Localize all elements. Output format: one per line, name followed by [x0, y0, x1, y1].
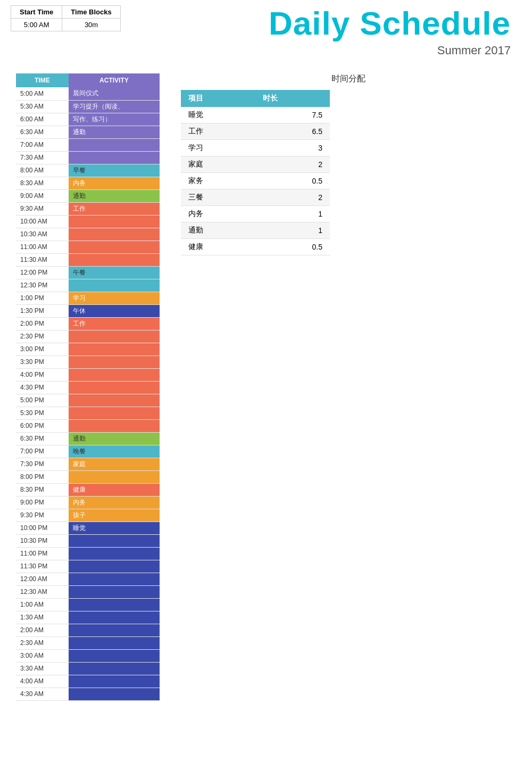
schedule-activity: 午休	[69, 304, 160, 317]
schedule-activity	[69, 585, 160, 598]
page-subtitle: Summer 2017	[170, 44, 511, 57]
schedule-activity	[69, 662, 160, 675]
schedule-time: 2:30 AM	[16, 636, 69, 649]
schedule-time: 10:30 PM	[16, 534, 69, 547]
schedule-time: 3:00 AM	[16, 649, 69, 662]
schedule-activity: 健康	[69, 483, 160, 496]
schedule-activity: 午餐	[69, 266, 160, 279]
schedule-activity	[69, 368, 160, 381]
schedule-time: 12:00 AM	[16, 573, 69, 585]
summary-section: 时间分配 项目 时长 睡觉7.5工作6.5学习3家庭2家务0.5三餐2内务1通勤…	[181, 73, 516, 255]
summary-item: 家务	[181, 173, 255, 189]
schedule-time: 4:00 PM	[16, 368, 69, 381]
schedule-time: 4:30 AM	[16, 688, 69, 700]
schedule-activity	[69, 381, 160, 394]
schedule-activity	[69, 649, 160, 662]
summary-item: 通勤	[181, 222, 255, 239]
schedule-time: 5:00 AM	[16, 87, 69, 100]
summary-item: 内务	[181, 206, 255, 222]
summary-duration: 1	[255, 222, 330, 239]
summary-duration: 3	[255, 140, 330, 156]
schedule-activity: 通勤	[69, 432, 160, 445]
schedule-time: 4:30 PM	[16, 381, 69, 394]
summary-item: 学习	[181, 140, 255, 156]
schedule-time: 1:30 PM	[16, 304, 69, 317]
schedule-activity: 孩子	[69, 509, 160, 522]
schedule-time: 12:00 PM	[16, 266, 69, 279]
schedule-time: 7:30 AM	[16, 151, 69, 164]
schedule-time: 3:00 PM	[16, 343, 69, 355]
col-activity-header: ACTIVITY	[69, 73, 160, 87]
col-time-header: TIME	[16, 73, 69, 87]
summary-duration: 6.5	[255, 123, 330, 140]
schedule-time: 9:30 PM	[16, 509, 69, 522]
schedule-activity	[69, 355, 160, 368]
schedule-time: 11:00 AM	[16, 241, 69, 253]
schedule-time: 6:00 AM	[16, 113, 69, 126]
schedule-activity: 通勤	[69, 189, 160, 202]
schedule-activity	[69, 394, 160, 407]
schedule-activity: 工作	[69, 202, 160, 215]
schedule-activity	[69, 253, 160, 266]
schedule-table: TIME ACTIVITY 5:00 AM晨间仪式5:30 AM学习提升（阅读、…	[16, 73, 160, 701]
schedule-activity	[69, 228, 160, 241]
schedule-time: 1:00 PM	[16, 292, 69, 304]
schedule-activity	[69, 279, 160, 292]
schedule-time: 5:30 PM	[16, 407, 69, 419]
schedule-time: 1:30 AM	[16, 611, 69, 624]
summary-duration: 7.5	[255, 107, 330, 123]
schedule-time: 5:30 AM	[16, 100, 69, 113]
summary-title: 时间分配	[181, 73, 516, 85]
schedule-activity: 睡觉	[69, 522, 160, 534]
schedule-time: 3:30 AM	[16, 662, 69, 675]
config-col2-header: Time Blocks	[62, 6, 120, 19]
schedule-activity: 晚餐	[69, 445, 160, 458]
schedule-activity	[69, 151, 160, 164]
summary-col-duration: 时长	[255, 90, 330, 107]
schedule-time: 7:00 AM	[16, 138, 69, 151]
summary-item: 三餐	[181, 189, 255, 206]
schedule-activity	[69, 675, 160, 688]
schedule-time: 2:00 AM	[16, 624, 69, 636]
schedule-activity	[69, 343, 160, 355]
schedule-time: 8:30 AM	[16, 177, 69, 189]
schedule-time: 6:30 AM	[16, 126, 69, 138]
schedule-activity: 写作、练习）	[69, 113, 160, 126]
summary-duration: 0.5	[255, 173, 330, 189]
schedule-activity	[69, 215, 160, 228]
header: Start Time Time Blocks 5:00 AM 30m Daily…	[0, 0, 532, 63]
schedule-activity: 内务	[69, 496, 160, 509]
schedule-activity	[69, 534, 160, 547]
summary-duration: 1	[255, 206, 330, 222]
schedule-activity: 早餐	[69, 164, 160, 177]
schedule-time: 12:30 PM	[16, 279, 69, 292]
schedule-time: 7:30 PM	[16, 458, 69, 470]
summary-duration: 2	[255, 156, 330, 173]
schedule-time: 3:30 PM	[16, 355, 69, 368]
config-col1-header: Start Time	[11, 6, 62, 19]
schedule-activity: 内务	[69, 177, 160, 189]
schedule-time: 10:00 AM	[16, 215, 69, 228]
schedule-activity	[69, 636, 160, 649]
summary-duration: 0.5	[255, 239, 330, 255]
schedule-activity	[69, 241, 160, 253]
schedule-activity	[69, 419, 160, 432]
schedule-time: 11:30 AM	[16, 253, 69, 266]
summary-item: 家庭	[181, 156, 255, 173]
config-time-block: 30m	[62, 19, 120, 31]
schedule-activity: 晨间仪式	[69, 87, 160, 100]
schedule-time: 2:00 PM	[16, 317, 69, 330]
schedule-activity	[69, 624, 160, 636]
schedule-activity	[69, 330, 160, 343]
summary-table: 项目 时长 睡觉7.5工作6.5学习3家庭2家务0.5三餐2内务1通勤1健康0.…	[181, 90, 330, 255]
schedule-activity: 学习	[69, 292, 160, 304]
schedule-activity: 家庭	[69, 458, 160, 470]
schedule-activity	[69, 138, 160, 151]
schedule-time: 11:30 PM	[16, 560, 69, 573]
summary-item: 工作	[181, 123, 255, 140]
schedule-time: 2:30 PM	[16, 330, 69, 343]
schedule-time: 8:00 PM	[16, 470, 69, 483]
schedule-activity	[69, 470, 160, 483]
schedule-time: 10:30 AM	[16, 228, 69, 241]
schedule-time: 4:00 AM	[16, 675, 69, 688]
